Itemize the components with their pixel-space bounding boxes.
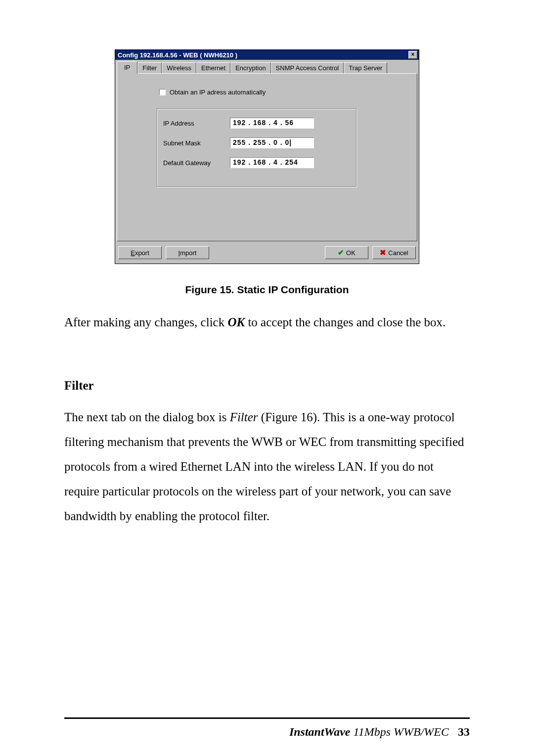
tab-row: IP Filter Wireless Ethernet Encryption S… — [117, 61, 417, 73]
filter-word: Filter — [230, 410, 258, 424]
dhcp-checkbox-row[interactable]: Obtain an IP adress automatically — [159, 89, 407, 96]
para2-b: (Figure 16). This is a one-way protocol … — [64, 410, 464, 523]
ip-address-input[interactable]: 192 . 168 . 4 . 56 — [230, 118, 314, 129]
config-dialog: Config 192.168.4.56 - WEB ( NWH6210 ) × … — [115, 49, 419, 264]
paragraph-after-ok: After making any changes, click OK to ac… — [64, 311, 470, 334]
para2-a: The next tab on the dialog box is — [64, 410, 230, 424]
tab-trap[interactable]: Trap Server — [344, 62, 387, 73]
cancel-button[interactable]: ✖Cancel — [372, 246, 416, 259]
para1-pre: After making any changes, click — [64, 315, 227, 329]
check-icon: ✔ — [338, 248, 344, 257]
x-icon: ✖ — [380, 248, 386, 257]
subnet-label: Subnet Mask — [163, 139, 230, 147]
tab-snmp[interactable]: SNMP Access Control — [271, 62, 344, 73]
ok-word: OK — [227, 315, 245, 329]
export-button-label: xport — [135, 249, 149, 257]
gateway-label: Default Gateway — [163, 159, 230, 167]
ip-address-row: IP Address 192 . 168 . 4 . 56 — [163, 118, 351, 129]
export-button[interactable]: Export — [118, 246, 162, 259]
tab-container: IP Filter Wireless Ethernet Encryption S… — [117, 61, 417, 241]
cancel-button-label: Cancel — [388, 249, 408, 257]
tab-body: Obtain an IP adress automatically IP Add… — [117, 73, 417, 241]
ip-address-label: IP Address — [163, 120, 230, 127]
tab-encryption[interactable]: Encryption — [230, 62, 270, 73]
filter-heading: Filter — [64, 379, 470, 393]
subnet-input[interactable]: 255 . 255 . 0 . 0| — [230, 137, 314, 148]
footer-brand: InstantWave — [289, 725, 351, 738]
figure-caption: Figure 15. Static IP Configuration — [64, 284, 470, 296]
dhcp-label: Obtain an IP adress automatically — [170, 89, 266, 96]
import-button[interactable]: Import — [166, 246, 209, 259]
ok-button-label: OK — [346, 249, 356, 257]
tab-filter[interactable]: Filter — [137, 62, 162, 73]
tab-ip[interactable]: IP — [117, 61, 137, 74]
subnet-row: Subnet Mask 255 . 255 . 0 . 0| — [163, 137, 351, 148]
gateway-input[interactable]: 192 . 168 . 4 . 254 — [230, 157, 314, 168]
tab-ethernet[interactable]: Ethernet — [196, 62, 230, 73]
ok-button[interactable]: ✔OK — [325, 246, 368, 259]
page-footer: InstantWave 11Mbps WWB/WEC 33 — [289, 725, 470, 739]
para1-post: to accept the changes and close the box. — [245, 315, 445, 329]
checkbox-icon[interactable] — [159, 89, 166, 95]
dialog-button-row: Export Import ✔OK ✖Cancel — [117, 241, 417, 262]
filter-paragraph: The next tab on the dialog box is Filter… — [64, 405, 470, 529]
footer-sub: 11Mbps WWB/WEC — [350, 725, 449, 738]
close-icon[interactable]: × — [408, 51, 417, 59]
tab-wireless[interactable]: Wireless — [162, 62, 196, 73]
gateway-row: Default Gateway 192 . 168 . 4 . 254 — [163, 157, 351, 168]
footer-page-number: 33 — [458, 725, 470, 738]
import-button-label: mport — [180, 249, 196, 257]
title-bar: Config 192.168.4.56 - WEB ( NWH6210 ) × — [115, 50, 419, 60]
footer-rule — [64, 717, 470, 719]
window-title: Config 192.168.4.56 - WEB ( NWH6210 ) — [117, 51, 237, 59]
ip-group: IP Address 192 . 168 . 4 . 56 Subnet Mas… — [157, 108, 357, 187]
dialog-inner: IP Filter Wireless Ethernet Encryption S… — [115, 60, 419, 264]
